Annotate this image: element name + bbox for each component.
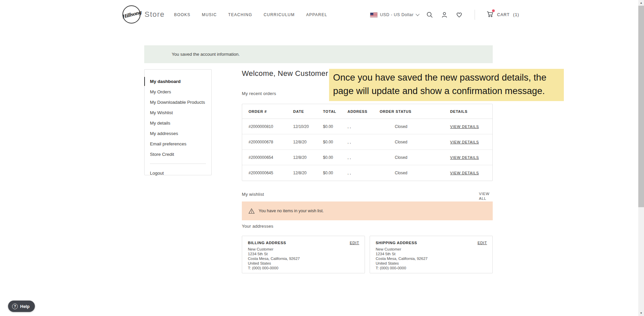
page-title: Welcome, New Customer: [242, 69, 328, 78]
order-number: #2000000810: [249, 124, 293, 129]
currency-selector[interactable]: USD - US Dollar: [370, 12, 419, 17]
col-order-number: ORDER #: [249, 109, 293, 114]
address-city: Costa Mesa, California, 92627: [248, 256, 359, 261]
sidebar-item-my-dashboard[interactable]: My dashboard: [145, 76, 211, 87]
sidebar-item-my-addresses[interactable]: My addresses: [145, 128, 211, 139]
col-order-status: ORDER STATUS: [380, 109, 450, 114]
shipping-address-card: SHIPPING ADDRESS EDIT New Customer 1234 …: [370, 236, 493, 273]
order-date: 12/8/20: [293, 155, 323, 160]
search-button[interactable]: [426, 11, 434, 19]
help-button[interactable]: ? Help: [8, 301, 35, 312]
sidebar-item-my-orders[interactable]: My Orders: [145, 87, 211, 97]
header-controls: USD - US Dollar: [370, 0, 519, 30]
address-phone: T: (000) 000-0000: [248, 266, 359, 270]
col-details: DETAILS: [450, 109, 492, 114]
addresses-title: Your addresses: [242, 224, 273, 229]
success-banner: You saved the account information.: [144, 45, 493, 63]
col-date: DATE: [293, 109, 323, 114]
nav-music[interactable]: MUSIC: [202, 12, 217, 17]
chevron-down-icon: [416, 12, 419, 16]
sidebar-divider: [150, 164, 206, 164]
cart-label: CART: [497, 12, 510, 17]
scroll-up-arrow-icon[interactable]: ▲: [638, 0, 644, 6]
order-number: #2000000678: [249, 140, 293, 144]
order-date: 12/8/20: [293, 140, 323, 144]
currency-label: USD - US Dollar: [380, 12, 414, 17]
col-total: TOTAL: [323, 109, 347, 114]
header-divider: [475, 10, 475, 20]
sidebar-item-my-wishlist[interactable]: My Wishlist: [145, 107, 211, 118]
view-details-link[interactable]: VIEW DETAILS: [450, 140, 492, 144]
scroll-down-arrow-icon[interactable]: ▼: [638, 310, 644, 316]
shipping-edit-link[interactable]: EDIT: [478, 241, 487, 245]
logo-store-text: Store: [145, 10, 165, 19]
us-flag-icon: [370, 13, 377, 17]
recent-orders-table: ORDER # DATE TOTAL ADDRESS ORDER STATUS …: [242, 104, 493, 181]
scrollbar-thumb[interactable]: [638, 6, 644, 207]
table-row: #2000000810 12/10/20 $0.00 , , Closed VI…: [242, 119, 492, 134]
order-address: , ,: [347, 140, 380, 144]
order-date: 12/10/20: [293, 124, 323, 129]
order-status: Closed: [380, 155, 450, 160]
account-button[interactable]: [440, 11, 448, 19]
order-address: , ,: [347, 171, 380, 175]
order-status: Closed: [380, 140, 450, 144]
wishlist-empty-message: You have no items in your wish list.: [259, 209, 324, 213]
order-date: 12/8/20: [293, 171, 323, 175]
sidebar-item-logout[interactable]: Logout: [145, 168, 211, 178]
vertical-scrollbar[interactable]: ▲ ▼: [638, 0, 644, 316]
view-details-link[interactable]: VIEW DETAILS: [450, 171, 492, 175]
recent-orders-title: My recent orders: [242, 91, 276, 96]
sidebar-item-my-downloadable-products[interactable]: My Downloadable Products: [145, 97, 211, 107]
site-header: Hillsong Store BOOKS MUSIC TEACHING CURR…: [0, 0, 638, 30]
nav-books[interactable]: BOOKS: [174, 12, 191, 17]
order-total: $0.00: [323, 155, 347, 160]
address-phone: T: (000) 000-0000: [376, 266, 487, 270]
order-status: Closed: [380, 171, 450, 175]
shipping-address-heading: SHIPPING ADDRESS: [376, 241, 417, 245]
sidebar-item-store-credit[interactable]: Store Credit: [145, 149, 211, 160]
hillsong-logo-icon: Hillsong: [122, 5, 141, 24]
order-number: #2000000645: [249, 171, 293, 175]
nav-teaching[interactable]: TEACHING: [228, 12, 252, 17]
search-icon: [426, 11, 433, 18]
question-mark-icon: ?: [12, 304, 18, 309]
user-icon: [441, 11, 448, 18]
col-address: ADDRESS: [347, 109, 380, 114]
store-logo[interactable]: Hillsong Store: [122, 5, 165, 24]
sidebar-item-email-preferences[interactable]: Email preferences: [145, 139, 211, 149]
account-sidebar: My dashboard My Orders My Downloadable P…: [144, 69, 212, 175]
address-name: New Customer: [376, 247, 487, 252]
address-country: United States: [376, 261, 487, 266]
nav-curriculum[interactable]: CURRICULUM: [264, 12, 295, 17]
help-button-label: Help: [20, 304, 30, 309]
wishlist-empty-banner: You have no items in your wish list.: [242, 201, 493, 220]
view-details-link[interactable]: VIEW DETAILS: [450, 155, 492, 160]
success-message: You saved the account information.: [172, 52, 240, 57]
cart-button[interactable]: CART (1): [486, 10, 519, 19]
annotation-highlight: Once you have saved the new password det…: [329, 69, 564, 101]
cart-badge: [492, 9, 495, 12]
view-details-link[interactable]: VIEW DETAILS: [450, 125, 492, 129]
wishlist-view-all-link[interactable]: VIEW ALL: [479, 191, 494, 201]
table-row: #2000000645 12/8/20 $0.00 , , Closed VIE…: [242, 165, 492, 181]
cart-icon: [486, 10, 494, 19]
main-nav: BOOKS MUSIC TEACHING CURRICULUM APPAREL: [174, 0, 327, 30]
address-name: New Customer: [248, 247, 359, 252]
orders-table-header: ORDER # DATE TOTAL ADDRESS ORDER STATUS …: [242, 104, 492, 119]
order-total: $0.00: [323, 124, 347, 129]
address-country: United States: [248, 261, 359, 266]
heart-icon: [456, 11, 463, 18]
billing-address-lines: New Customer 1234 5th St Costa Mesa, Cal…: [248, 247, 359, 270]
billing-address-card: BILLING ADDRESS EDIT New Customer 1234 5…: [242, 236, 365, 273]
table-row: #2000000654 12/8/20 $0.00 , , Closed VIE…: [242, 150, 492, 165]
nav-apparel[interactable]: APPAREL: [306, 12, 327, 17]
order-number: #2000000654: [249, 155, 293, 160]
sidebar-item-my-details[interactable]: My details: [145, 118, 211, 128]
wishlist-button[interactable]: [455, 11, 463, 19]
order-address: , ,: [347, 124, 380, 129]
order-total: $0.00: [323, 171, 347, 175]
logo-script-text: Hillsong: [121, 9, 142, 19]
billing-edit-link[interactable]: EDIT: [350, 241, 359, 245]
shipping-address-lines: New Customer 1234 5th St Costa Mesa, Cal…: [376, 247, 487, 270]
